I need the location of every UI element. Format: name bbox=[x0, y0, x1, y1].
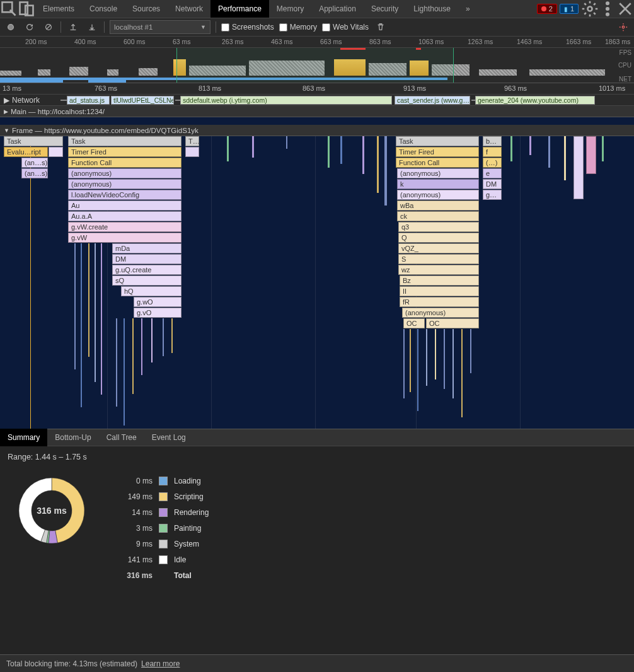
flame-task[interactable]: Task bbox=[68, 136, 182, 146]
flame-cell[interactable]: hQ bbox=[121, 286, 182, 296]
flame-cell[interactable]: wBa bbox=[397, 200, 479, 211]
flame-cell[interactable]: OC bbox=[426, 318, 479, 328]
network-request[interactable]: sddefault.webp (i.ytimg.com) bbox=[180, 96, 392, 105]
ruler-tick: 813 ms bbox=[199, 84, 221, 92]
flame-cell[interactable]: Function Call bbox=[396, 158, 479, 168]
flame-cell[interactable]: l.loadNewVideoConfig bbox=[68, 190, 182, 200]
flame-cell[interactable]: Au bbox=[68, 200, 182, 211]
flame-cell[interactable]: Au.a.A bbox=[68, 211, 182, 221]
flame-cell[interactable]: (…) bbox=[483, 158, 502, 168]
flame-cell[interactable]: OC bbox=[403, 318, 425, 328]
flame-task[interactable]: Task bbox=[4, 136, 63, 146]
flame-cell[interactable]: wz bbox=[398, 265, 479, 275]
flame-cell[interactable]: sQ bbox=[112, 275, 182, 286]
frame-thread-header[interactable]: ▼Frame — https://www.youtube.com/embed/D… bbox=[0, 125, 634, 136]
download-icon[interactable] bbox=[85, 20, 99, 34]
clear-icon[interactable] bbox=[42, 20, 55, 34]
flame-cell[interactable]: DM bbox=[112, 254, 182, 264]
flame-cell[interactable]: ck bbox=[397, 211, 479, 221]
network-request[interactable]: tlUlwdUPEtL_C5LNe bbox=[111, 96, 174, 105]
tab-calltree[interactable]: Call Tree bbox=[99, 429, 144, 446]
flame-cell[interactable]: Timer Fired bbox=[396, 147, 479, 157]
tab-performance[interactable]: Performance bbox=[210, 0, 269, 18]
tab-memory[interactable]: Memory bbox=[269, 0, 311, 18]
flame-cell[interactable]: (an…s) bbox=[21, 168, 48, 178]
inspect-icon[interactable] bbox=[0, 0, 18, 18]
trash-icon[interactable] bbox=[374, 20, 388, 34]
flame-cell[interactable]: Bz bbox=[400, 275, 479, 286]
record-icon[interactable] bbox=[4, 20, 18, 34]
overview-ruler[interactable]: 200 ms 400 ms 600 ms 63 ms 263 ms 463 ms… bbox=[0, 37, 634, 48]
flame-cell[interactable]: Evalu…ript bbox=[4, 147, 48, 157]
flame-cell[interactable]: g… bbox=[483, 190, 502, 200]
tab-bottomup[interactable]: Bottom-Up bbox=[47, 429, 98, 446]
capture-settings-icon[interactable] bbox=[616, 20, 630, 34]
settings-icon[interactable] bbox=[581, 0, 599, 18]
flame-cell[interactable]: (anonymous) bbox=[402, 308, 479, 318]
flame-cell[interactable]: (anonymous) bbox=[68, 179, 182, 189]
flame-cell[interactable]: g.wO bbox=[134, 297, 182, 307]
errors-badge[interactable]: 2 bbox=[537, 4, 557, 14]
upload-icon[interactable] bbox=[66, 20, 80, 34]
target-select[interactable]: localhost #1▼ bbox=[110, 20, 210, 34]
network-request[interactable]: generate_204 (www.youtube.com) bbox=[475, 96, 595, 105]
flame-sliver bbox=[510, 136, 512, 161]
tab-more[interactable]: » bbox=[458, 0, 478, 18]
network-request[interactable]: cast_sender.js (www.g… bbox=[395, 96, 470, 105]
flame-task[interactable]: T… bbox=[185, 136, 199, 146]
tab-application[interactable]: Application bbox=[311, 0, 364, 18]
flame-sliver bbox=[461, 329, 463, 417]
flame-cell[interactable]: (an…s) bbox=[21, 158, 48, 168]
webvitals-checkbox[interactable]: Web Vitals bbox=[322, 23, 369, 32]
flame-cell[interactable]: (anonymous) bbox=[397, 190, 479, 200]
flame-cell[interactable]: (anonymous) bbox=[397, 168, 479, 178]
flame-cell[interactable]: b… bbox=[483, 136, 502, 146]
tab-elements[interactable]: Elements bbox=[35, 0, 82, 18]
summary-donut: 316 ms bbox=[14, 473, 89, 548]
network-request[interactable]: ad_status.js bbox=[67, 96, 110, 105]
tab-network[interactable]: Network bbox=[168, 0, 210, 18]
tab-summary[interactable]: Summary bbox=[0, 429, 47, 446]
flame-cell[interactable]: Q bbox=[398, 233, 479, 243]
flame-cell[interactable]: II bbox=[400, 286, 479, 296]
flame-cell[interactable]: k bbox=[397, 179, 479, 189]
close-icon[interactable] bbox=[616, 0, 634, 18]
device-icon[interactable] bbox=[18, 0, 35, 18]
flame-cell[interactable] bbox=[185, 147, 199, 157]
memory-checkbox[interactable]: Memory bbox=[279, 23, 317, 32]
frame-flame[interactable]: Task Evalu…ript (an…s) (an…s) Task Timer… bbox=[0, 136, 634, 429]
tab-lighthouse[interactable]: Lighthouse bbox=[406, 0, 458, 18]
tab-console[interactable]: Console bbox=[82, 0, 125, 18]
learn-more-link[interactable]: Learn more bbox=[141, 659, 180, 668]
flame-cell[interactable]: Function Call bbox=[68, 158, 182, 168]
flame-cell[interactable]: (anonymous) bbox=[68, 168, 182, 178]
kebab-icon[interactable] bbox=[599, 0, 616, 18]
tab-sources[interactable]: Sources bbox=[125, 0, 168, 18]
reload-icon[interactable] bbox=[23, 20, 37, 34]
overview-lanes[interactable]: FPS CPU NET bbox=[0, 48, 634, 83]
flame-cell[interactable]: fR bbox=[400, 297, 479, 307]
flame-cell[interactable]: g.uQ.create bbox=[112, 265, 182, 275]
flame-cell[interactable]: g.vW bbox=[68, 233, 182, 243]
ruler-tick: 913 ms bbox=[403, 84, 426, 92]
flame-task[interactable]: Task bbox=[396, 136, 479, 146]
flame-cell[interactable]: DM bbox=[483, 179, 502, 189]
main-thread[interactable]: ▶Main — http://localhost:1234/ bbox=[0, 106, 634, 125]
network-track[interactable]: ▶Network ad_status.js tlUlwdUPEtL_C5LNe … bbox=[0, 95, 634, 106]
flame-cell[interactable]: vQZ_ bbox=[398, 243, 479, 253]
flame-ruler[interactable]: 13 ms 763 ms 813 ms 863 ms 913 ms 963 ms… bbox=[0, 83, 634, 95]
flame-cell[interactable]: S bbox=[398, 254, 479, 264]
flame-cell[interactable]: mDa bbox=[112, 243, 182, 253]
flame-cell[interactable]: Timer Fired bbox=[68, 147, 182, 157]
tab-security[interactable]: Security bbox=[364, 0, 406, 18]
flame-cell[interactable]: g.vW.create bbox=[68, 222, 182, 232]
flame-cell[interactable]: e bbox=[483, 168, 502, 178]
messages-badge[interactable]: ▮1 bbox=[560, 4, 579, 14]
overview-selection[interactable] bbox=[176, 48, 454, 83]
flame-cell[interactable]: q3 bbox=[398, 222, 479, 232]
tab-eventlog[interactable]: Event Log bbox=[144, 429, 193, 446]
flame-cell[interactable]: f bbox=[483, 147, 502, 157]
flame-cell[interactable]: g.vO bbox=[134, 308, 182, 318]
flame-cell[interactable] bbox=[49, 147, 63, 157]
screenshots-checkbox[interactable]: Screenshots bbox=[221, 23, 274, 32]
